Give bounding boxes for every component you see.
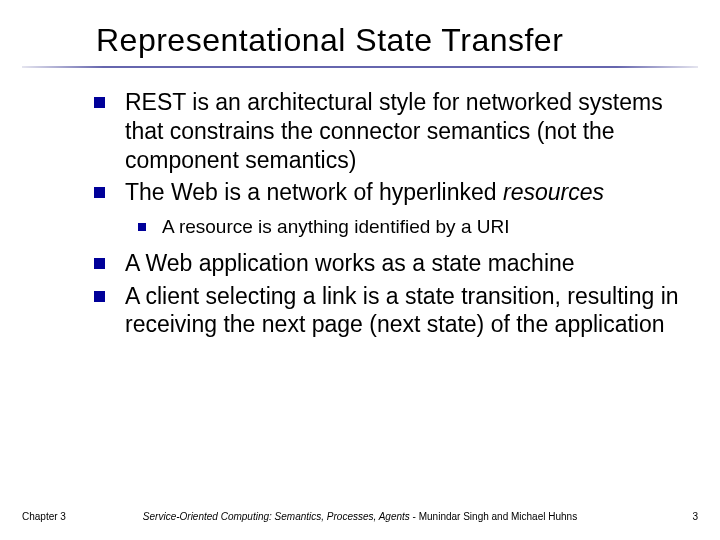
square-bullet-icon	[94, 97, 105, 108]
footer-citation-title: Service-Oriented Computing: Semantics, P…	[143, 511, 410, 522]
slide-title: Representational State Transfer	[96, 22, 563, 59]
bullet-text: A Web application works as a state machi…	[125, 249, 575, 278]
sub-bullet-item: A resource is anything identified by a U…	[138, 215, 690, 239]
bullet-item: REST is an architectural style for netwo…	[94, 88, 690, 174]
bullet-text-pre: The Web is a network of hyperlinked	[125, 179, 503, 205]
footer-page-number: 3	[692, 511, 698, 522]
bullet-item: The Web is a network of hyperlinked reso…	[94, 178, 690, 207]
square-bullet-icon	[138, 223, 146, 231]
footer-citation-authors: - Munindar Singh and Michael Huhns	[410, 511, 577, 522]
bullet-item: A client selecting a link is a state tra…	[94, 282, 690, 340]
title-underline	[22, 66, 698, 68]
slide-footer: Chapter 3 Service-Oriented Computing: Se…	[0, 511, 720, 522]
footer-citation: Service-Oriented Computing: Semantics, P…	[143, 511, 577, 522]
bullet-text: REST is an architectural style for netwo…	[125, 88, 690, 174]
bullet-text: The Web is a network of hyperlinked reso…	[125, 178, 604, 207]
square-bullet-icon	[94, 187, 105, 198]
slide: Representational State Transfer REST is …	[0, 0, 720, 540]
bullet-item: A Web application works as a state machi…	[94, 249, 690, 278]
square-bullet-icon	[94, 258, 105, 269]
footer-chapter: Chapter 3	[22, 511, 66, 522]
sub-bullet-text: A resource is anything identified by a U…	[162, 215, 509, 239]
bullet-text-italic: resources	[503, 179, 604, 205]
bullet-text: A client selecting a link is a state tra…	[125, 282, 690, 340]
slide-content: REST is an architectural style for netwo…	[94, 88, 690, 343]
square-bullet-icon	[94, 291, 105, 302]
